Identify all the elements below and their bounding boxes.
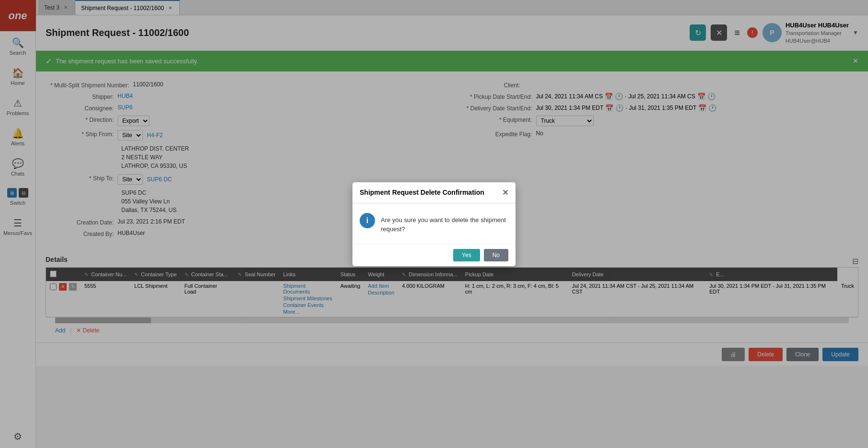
modal-footer: Yes No bbox=[352, 244, 516, 266]
modal-header: Shipment Request Delete Confirmation ✕ bbox=[352, 182, 516, 203]
delete-confirmation-modal: Shipment Request Delete Confirmation ✕ i… bbox=[352, 182, 516, 266]
modal-message: Are you sure you want to delete the ship… bbox=[381, 213, 508, 234]
modal-no-button[interactable]: No bbox=[484, 249, 508, 261]
modal-overlay[interactable]: Shipment Request Delete Confirmation ✕ i… bbox=[0, 0, 868, 448]
modal-close-button[interactable]: ✕ bbox=[502, 188, 508, 197]
modal-yes-button[interactable]: Yes bbox=[453, 249, 480, 261]
modal-body: i Are you sure you want to delete the sh… bbox=[352, 203, 516, 244]
modal-title: Shipment Request Delete Confirmation bbox=[360, 189, 484, 196]
modal-info-icon: i bbox=[360, 213, 375, 228]
